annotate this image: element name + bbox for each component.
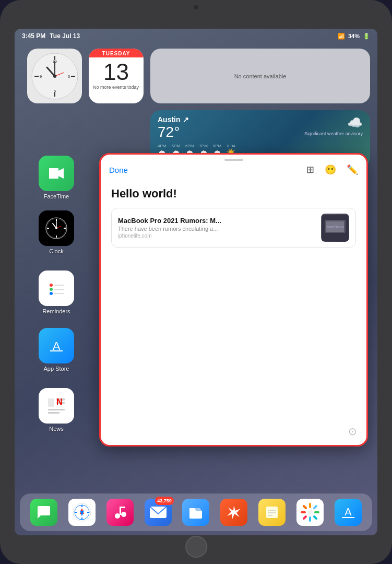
dock-photos[interactable] [296, 499, 324, 526]
notes-link-card[interactable]: MacBook Pro 2021 Rumors: M... There have… [111, 208, 356, 248]
reminders-icon-bg [39, 271, 74, 306]
safari-icon-svg [73, 503, 91, 522]
notes-content: Hello world! MacBook Pro 2021 Rumors: M.… [101, 179, 366, 256]
notes-popup[interactable]: Done ⊞ 😶 ✏️ Hello world! MacBook Pro 202… [99, 153, 368, 446]
dock-mail[interactable]: 43,759 [145, 499, 172, 526]
notes-done-button[interactable]: Done [109, 166, 128, 174]
widgets-area: 12 3 6 9 TUESDAY 13 No more events tod [22, 43, 370, 494]
svg-rect-38 [48, 409, 65, 410]
appstore-app-icon[interactable]: A App Store [39, 328, 74, 372]
messages-icon-svg [35, 504, 52, 521]
news-icon-svg: N [45, 394, 68, 417]
svg-point-62 [307, 510, 313, 515]
weather-city: Austin ↗ [158, 115, 189, 124]
svg-rect-35 [48, 398, 54, 407]
files-icon-svg [187, 504, 204, 521]
mail-badge: 43,759 [155, 497, 174, 505]
appstore-icon-bg: A [39, 328, 74, 363]
dock-appstore-icon-bg: A [335, 499, 362, 526]
notes-scan-icon[interactable]: ⊙ [348, 425, 357, 438]
front-camera [194, 5, 198, 9]
notes-link-title: MacBook Pro 2021 Rumors: M... [118, 217, 316, 225]
notes-emoji-icon[interactable]: 😶 [325, 164, 336, 175]
svg-point-26 [50, 284, 53, 287]
wifi-icon: 📶 [338, 33, 345, 40]
battery-icon: 🔋 [363, 33, 370, 40]
facetime-app-icon[interactable]: FaceTime [39, 156, 74, 199]
svg-line-69 [304, 516, 306, 519]
location-arrow-icon: ↗ [183, 115, 189, 124]
clock-app-label: Clock [49, 248, 64, 254]
photos-icon-bg [296, 499, 324, 526]
svg-point-28 [50, 288, 53, 291]
clock-app-icon[interactable]: Clock [39, 210, 74, 254]
home-button[interactable] [185, 536, 207, 558]
reminders-icon-svg [45, 277, 68, 300]
svg-line-67 [304, 506, 306, 508]
facetime-icon-bg [39, 156, 74, 191]
notes-link-description: There have been rumors circulating a... [118, 226, 316, 232]
notes-compose-icon[interactable]: ✏️ [347, 164, 358, 175]
weather-temperature: 72° [158, 124, 189, 140]
mail-icon-svg [150, 507, 167, 518]
svg-point-30 [50, 292, 53, 295]
svg-rect-56 [120, 507, 125, 508]
news-icon-bg: N [39, 388, 74, 424]
svg-line-70 [314, 506, 316, 508]
svg-marker-13 [49, 168, 58, 179]
notes-link-text: MacBook Pro 2021 Rumors: M... There have… [118, 217, 316, 239]
weather-cloud-icon: ☁️ [304, 115, 363, 130]
facetime-label: FaceTime [44, 193, 69, 199]
svg-text:6: 6 [53, 89, 56, 93]
svg-text:A: A [345, 506, 352, 518]
svg-point-24 [55, 227, 57, 229]
dock-music[interactable] [106, 499, 134, 526]
svg-point-25 [46, 278, 67, 299]
clock-app-face [44, 216, 68, 240]
dock-appstore[interactable]: A [335, 499, 362, 526]
files-icon-bg [182, 499, 209, 526]
calendar-widget-number: 13 [89, 57, 144, 85]
notes-icon-bg [258, 499, 286, 526]
notes-title: Hello world! [111, 187, 356, 201]
svg-text:3: 3 [67, 74, 70, 79]
clock-app-bg [39, 210, 74, 246]
notes-toolbar: Done ⊞ 😶 ✏️ [101, 161, 366, 179]
safari-icon-bg [68, 499, 96, 526]
status-date: Tue Jul 13 [50, 32, 80, 40]
calendar-widget-small[interactable]: TUESDAY 13 No more events today [89, 49, 144, 103]
clock-widget[interactable]: 12 3 6 9 [27, 49, 82, 103]
news-app-icon[interactable]: N News [39, 388, 74, 432]
calendar-events-text: No more events today [89, 85, 144, 92]
dock-messages[interactable] [30, 499, 57, 526]
reminders-app-icon[interactable]: Reminders [39, 271, 74, 314]
music-icon-bg [106, 499, 134, 526]
screen: 3:45 PM Tue Jul 13 📶 34% 🔋 [15, 29, 377, 535]
dock-appstore-icon-svg: A [340, 504, 357, 521]
content-widget-text: No content available [234, 73, 287, 79]
content-widget[interactable]: No content available [150, 49, 370, 103]
music-icon-svg [112, 504, 128, 520]
spark-icon-svg [226, 504, 242, 520]
messages-icon-bg [30, 499, 57, 526]
notes-icon-svg [264, 504, 280, 520]
svg-marker-14 [58, 168, 64, 179]
notes-link-thumbnail: MacBook [321, 214, 349, 242]
svg-point-53 [115, 513, 120, 519]
facetime-video-icon [46, 163, 67, 184]
svg-point-54 [121, 512, 126, 517]
svg-text:MacBook: MacBook [326, 225, 344, 229]
status-time: 3:45 PM [22, 32, 45, 40]
notes-link-domain: iphonelife.com [118, 233, 316, 239]
svg-text:9: 9 [39, 74, 42, 79]
appstore-icon-svg: A [46, 335, 67, 356]
dock-notes[interactable] [258, 499, 286, 526]
dock-files[interactable] [182, 499, 209, 526]
dock-spark[interactable] [220, 499, 247, 526]
svg-point-12 [53, 75, 56, 78]
dock-safari[interactable] [68, 499, 96, 526]
weather-advisory: Significant weather advisory [304, 131, 363, 136]
dock: 43,759 [20, 494, 372, 531]
notes-grid-icon[interactable]: ⊞ [306, 164, 314, 175]
spark-icon-bg [220, 499, 247, 526]
